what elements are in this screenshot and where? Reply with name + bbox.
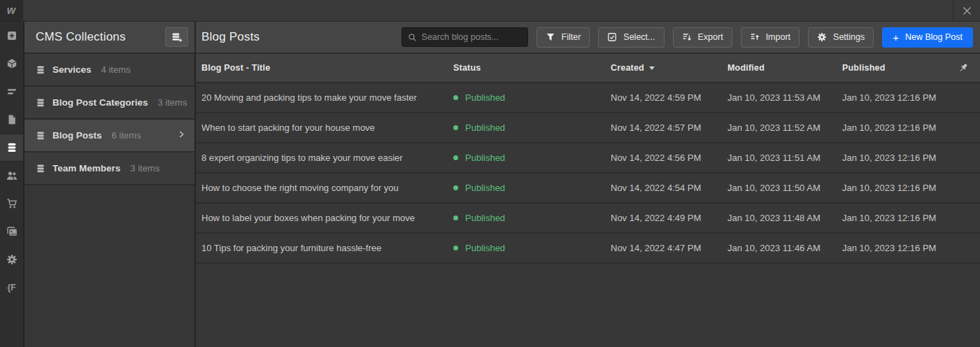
settings-button[interactable]: Settings <box>808 27 874 48</box>
search-box <box>402 27 528 47</box>
modified-cell: Jan 10, 2023 11:46 AM <box>727 243 842 253</box>
rail-item-cms[interactable] <box>0 134 23 162</box>
status-cell: Published <box>453 92 611 103</box>
rail-item-navigator[interactable] <box>0 78 23 106</box>
components-cube-icon <box>6 58 17 69</box>
rail-item-pages[interactable] <box>0 106 23 134</box>
modified-cell: Jan 10, 2023 11:52 AM <box>727 122 842 133</box>
add-elements-icon <box>6 30 17 41</box>
close-button[interactable] <box>953 0 980 21</box>
close-icon <box>963 6 972 15</box>
blog-post-title-cell: 8 expert organizing tips to make your mo… <box>201 153 453 163</box>
column-header-title[interactable]: Blog Post - Title <box>201 63 453 73</box>
blog-post-title-cell: 20 Moving and packing tips to make your … <box>201 92 453 103</box>
export-button[interactable]: Export <box>673 27 732 48</box>
custom-code-icon: {F <box>8 283 16 292</box>
collection-database-icon <box>36 98 45 108</box>
column-header-published[interactable]: Published <box>842 63 948 73</box>
export-button-label: Export <box>698 32 723 42</box>
collection-database-icon <box>36 65 45 75</box>
status-badge: Published <box>465 213 505 223</box>
created-cell: Nov 14, 2022 4:59 PM <box>611 92 727 103</box>
collection-list-item[interactable]: Blog Posts 6 items <box>24 120 194 151</box>
collection-list: Services 4 items Blog Post Categories 3 … <box>24 52 194 185</box>
status-dot-icon <box>453 246 458 250</box>
blog-post-title-cell: How to choose the right moving company f… <box>201 183 453 193</box>
column-header-modified[interactable]: Modified <box>727 63 842 73</box>
table-row[interactable]: 20 Moving and packing tips to make your … <box>196 83 980 113</box>
page-title: Blog Posts <box>201 30 260 44</box>
created-cell: Nov 14, 2022 4:49 PM <box>611 213 727 223</box>
created-cell: Nov 14, 2022 4:56 PM <box>611 153 727 163</box>
cms-database-icon <box>6 142 17 153</box>
rail-item-users[interactable] <box>0 162 23 190</box>
new-blog-post-button[interactable]: + New Blog Post <box>882 27 973 48</box>
column-header-created-label: Created <box>611 63 644 73</box>
collection-item-count: 3 items <box>130 163 159 174</box>
modified-cell: Jan 10, 2023 11:50 AM <box>727 183 842 193</box>
status-dot-icon <box>453 95 458 100</box>
table-empty-area <box>196 264 980 347</box>
rail-item-add-elements[interactable] <box>0 22 23 50</box>
main-content: Blog Posts Filter Select... Export Impor… <box>196 22 980 347</box>
blog-post-title-cell: How to label your boxes when packing for… <box>201 213 453 223</box>
published-cell: Jan 10, 2023 12:16 PM <box>842 243 948 253</box>
users-icon <box>6 170 17 181</box>
table-row[interactable]: 8 expert organizing tips to make your mo… <box>196 143 980 174</box>
import-icon <box>750 32 760 42</box>
rail-item-assets[interactable] <box>0 218 23 246</box>
table-row[interactable]: How to choose the right moving company f… <box>196 174 980 204</box>
collection-list-item[interactable]: Services 4 items <box>24 54 194 85</box>
collection-list-item[interactable]: Blog Post Categories 3 items <box>24 87 194 118</box>
pin-columns-button[interactable] <box>958 62 969 73</box>
webflow-logo-icon: w <box>7 5 15 16</box>
collection-item-count: 6 items <box>112 130 141 141</box>
status-cell: Published <box>453 122 611 133</box>
status-dot-icon <box>453 155 458 160</box>
status-cell: Published <box>453 153 611 163</box>
created-cell: Nov 14, 2022 4:47 PM <box>611 243 727 253</box>
status-badge: Published <box>465 183 505 193</box>
rail-item-settings[interactable] <box>0 246 23 274</box>
status-badge: Published <box>465 92 505 103</box>
select-button-label: Select... <box>623 32 655 42</box>
status-cell: Published <box>453 243 611 253</box>
modified-cell: Jan 10, 2023 11:53 AM <box>727 92 842 103</box>
new-blog-post-label: New Blog Post <box>905 32 963 42</box>
rail-item-components[interactable] <box>0 50 23 78</box>
new-collection-button[interactable] <box>165 27 188 47</box>
status-badge: Published <box>465 243 505 253</box>
table-row[interactable]: 10 Tips for packing your furniture hassl… <box>196 234 980 264</box>
column-header-status[interactable]: Status <box>453 63 611 73</box>
import-button-label: Import <box>766 32 790 42</box>
status-dot-icon <box>453 185 458 190</box>
export-icon <box>682 32 692 42</box>
collection-list-item[interactable]: Team Members 3 items <box>24 153 194 184</box>
pin-icon <box>958 62 969 73</box>
settings-gear-icon <box>817 32 827 42</box>
webflow-menu-button[interactable]: w <box>0 0 23 21</box>
plus-icon: + <box>893 32 899 43</box>
rail-item-ecommerce[interactable] <box>0 190 23 218</box>
table-row[interactable]: When to start packing for your house mov… <box>196 113 980 143</box>
table-row[interactable]: How to label your boxes when packing for… <box>196 204 980 234</box>
blog-post-title-cell: When to start packing for your house mov… <box>201 122 453 133</box>
status-badge: Published <box>465 122 505 133</box>
filter-button[interactable]: Filter <box>537 27 590 48</box>
assets-icon <box>6 226 17 237</box>
app-body: {F CMS Collections Services 4 items Blog… <box>0 22 980 347</box>
blog-post-title-cell: 10 Tips for packing your furniture hassl… <box>201 243 453 253</box>
select-button[interactable]: Select... <box>598 27 664 48</box>
search-input[interactable] <box>422 32 522 42</box>
status-badge: Published <box>465 153 505 163</box>
status-dot-icon <box>453 215 458 220</box>
import-button[interactable]: Import <box>741 27 800 48</box>
select-checkbox-icon <box>607 32 617 42</box>
column-header-created[interactable]: Created <box>611 63 727 73</box>
rail-item-custom-code[interactable]: {F <box>0 274 23 302</box>
table-body: 20 Moving and packing tips to make your … <box>196 83 980 264</box>
created-cell: Nov 14, 2022 4:57 PM <box>611 122 727 133</box>
collection-name: Blog Post Categories <box>52 97 148 108</box>
filter-funnel-icon <box>546 32 555 42</box>
pages-icon <box>6 114 17 125</box>
